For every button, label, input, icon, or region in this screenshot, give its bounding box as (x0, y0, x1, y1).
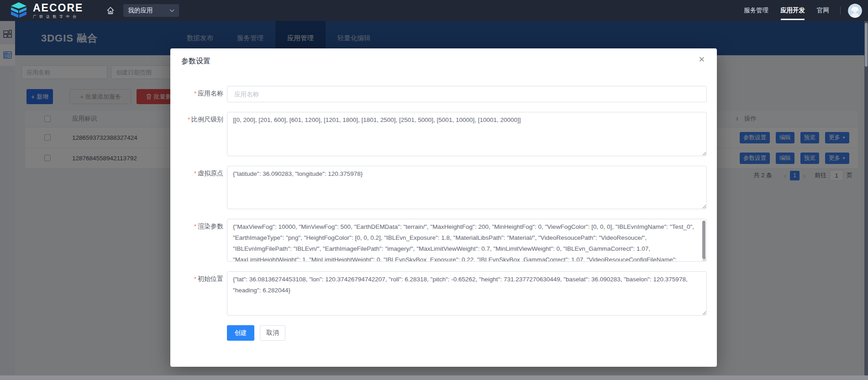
my-apps-select[interactable]: 我的应用 (123, 4, 179, 17)
scale-levels-textarea[interactable]: [[0, 200], [201, 600], [601, 1200], [120… (227, 112, 707, 156)
brand-text: AECORE 广联达数字中台 (33, 3, 83, 19)
modal-form: *应用名称 *比例尺级别 [[0, 200], [201, 600], [601… (170, 86, 717, 341)
cancel-button[interactable]: 取消 (260, 325, 285, 341)
required-asterisk: * (194, 90, 196, 97)
home-icon (106, 6, 115, 15)
required-asterisk: * (194, 223, 196, 230)
avatar-icon (848, 4, 862, 18)
param-settings-modal: 参数设置 ✕ *应用名称 *比例尺级别 [[0, 200], [201, 600… (170, 48, 717, 367)
field-scale-levels: *比例尺级别 [[0, 200], [201, 600], [601, 1200… (170, 112, 717, 156)
required-asterisk: * (188, 116, 190, 123)
home-button[interactable] (105, 5, 116, 16)
initial-position-textarea[interactable]: {"lat": 36.08136274453108, "lon": 120.37… (227, 271, 707, 316)
field-initial-position: *初始位置 {"lat": 36.08136274453108, "lon": … (170, 271, 717, 316)
required-asterisk: * (194, 170, 196, 177)
user-avatar[interactable] (848, 4, 862, 18)
nav-link-official-site[interactable]: 官网 (817, 0, 829, 21)
nav-link-app-dev[interactable]: 应用开发 (780, 0, 805, 21)
field-virtual-origin: *虚拟原点 {"latitude": 36.090283, "longitude… (170, 166, 717, 209)
virtual-origin-textarea[interactable]: {"latitude": 36.090283, "longitude": 120… (227, 166, 707, 209)
render-params-textarea[interactable]: {"MaxViewFog": 10000, "MinViewFog": 500,… (227, 219, 707, 262)
app-name-input[interactable] (227, 86, 707, 102)
modal-actions: 创建 取消 (170, 325, 717, 341)
nav-divider (840, 6, 841, 15)
navbar-right: 服务管理 应用开发 官网 (732, 0, 868, 21)
top-navbar: AECORE 广联达数字中台 我的应用 服务管理 应用开发 官网 (0, 0, 868, 21)
horizontal-scrollbar[interactable] (0, 375, 868, 380)
vertical-scrollbar-thumb[interactable] (865, 23, 868, 67)
field-render-params: *渲染参数 {"MaxViewFog": 10000, "MinViewFog"… (170, 219, 717, 262)
aecore-logo-icon (9, 2, 28, 19)
field-app-name: *应用名称 (170, 86, 717, 102)
my-apps-select-value: 我的应用 (128, 6, 153, 15)
brand-subtitle: 广联达数字中台 (33, 15, 83, 19)
brand-name: AECORE (33, 3, 83, 13)
required-asterisk: * (194, 275, 196, 282)
chevron-down-icon (169, 9, 174, 12)
modal-title: 参数设置 (181, 57, 210, 66)
create-button[interactable]: 创建 (227, 325, 254, 341)
nav-link-service-mgmt[interactable]: 服务管理 (744, 0, 768, 21)
brand-logo-group: AECORE 广联达数字中台 (9, 2, 83, 19)
close-icon[interactable]: ✕ (699, 56, 705, 63)
vertical-scrollbar[interactable] (864, 21, 868, 375)
app-window: AECORE 广联达数字中台 我的应用 服务管理 应用开发 官网 (0, 0, 868, 380)
